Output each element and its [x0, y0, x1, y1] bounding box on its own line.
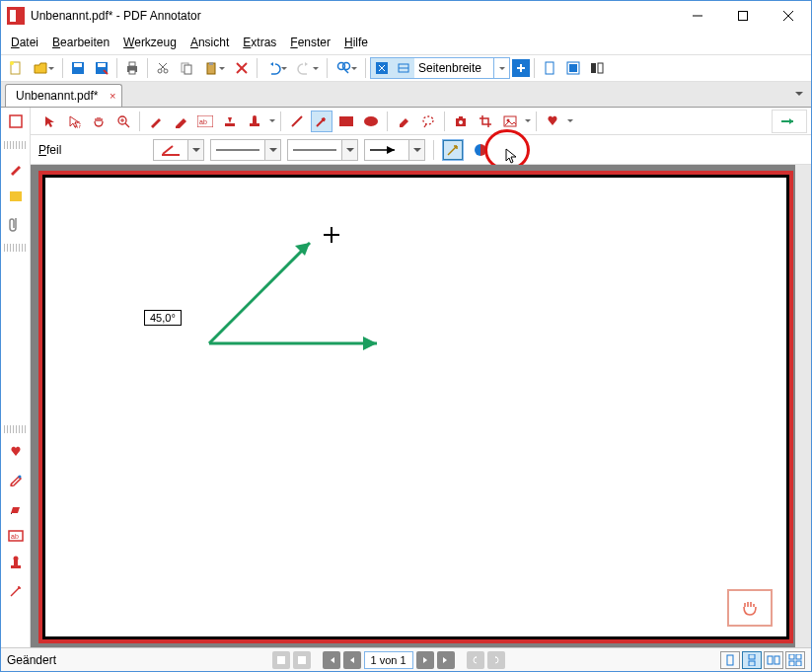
arrow-tool-button[interactable]	[311, 111, 332, 132]
rect-tool-button[interactable]	[335, 111, 357, 132]
svg-rect-34	[591, 63, 596, 73]
vertical-scrollbar[interactable]	[795, 165, 811, 647]
ellipse-tool-button[interactable]	[360, 111, 382, 132]
hand-tool-button[interactable]	[727, 589, 773, 627]
save-as-button[interactable]	[91, 57, 112, 79]
arrowhead-combo[interactable]	[364, 139, 425, 161]
prev-page-button[interactable]	[343, 651, 361, 669]
color-combo[interactable]	[153, 139, 204, 161]
lasso-erase-button[interactable]	[417, 111, 439, 132]
menu-ansicht[interactable]: Ansicht	[185, 33, 235, 52]
svg-point-55	[253, 115, 257, 119]
menubar: Datei Bearbeiten Werkzeug Ansicht Extras…	[1, 31, 811, 54]
layout-two-button[interactable]	[586, 57, 608, 79]
crop-button[interactable]	[475, 111, 496, 132]
menu-extras[interactable]: Extras	[237, 33, 282, 52]
zoom-dropdown-icon[interactable]	[493, 57, 509, 79]
view-two-page-button[interactable]	[764, 651, 783, 669]
view-continuous-button[interactable]	[742, 651, 762, 669]
page-insert-after-button[interactable]	[293, 651, 311, 669]
svg-point-5	[10, 61, 14, 65]
pan-button[interactable]	[88, 111, 110, 132]
zoom-tool-button[interactable]	[112, 111, 134, 132]
view-single-button[interactable]	[720, 651, 740, 669]
minimize-button[interactable]	[675, 1, 720, 31]
menu-hilfe[interactable]: Hilfe	[338, 33, 374, 52]
document-tab[interactable]: Unbenannt.pdf* ×	[5, 84, 122, 107]
marker-tool-button[interactable]	[170, 111, 191, 132]
line-width-combo[interactable]	[210, 139, 281, 161]
stamp-dropdown-icon[interactable]	[268, 111, 275, 132]
eraser-button[interactable]	[393, 111, 414, 132]
opacity-button[interactable]	[470, 139, 491, 161]
favorites-button[interactable]	[542, 111, 563, 132]
zoom-mode-icon[interactable]	[393, 58, 414, 78]
search-button[interactable]	[332, 57, 361, 79]
page-number-input[interactable]	[364, 651, 413, 669]
color-dropdown-icon[interactable]	[187, 140, 203, 160]
save-button[interactable]	[67, 57, 89, 79]
line-style-dropdown-icon[interactable]	[341, 140, 357, 160]
zoom-fit-icon[interactable]	[371, 58, 393, 78]
redo-button[interactable]	[293, 57, 323, 79]
side-blank-button[interactable]	[4, 110, 28, 133]
page[interactable]: 45,0°	[45, 178, 786, 636]
menu-werkzeug[interactable]: Werkzeug	[117, 33, 183, 52]
snapshot-button[interactable]	[450, 111, 472, 132]
nav-back-button[interactable]	[467, 651, 484, 669]
text-highlight-button[interactable]	[219, 111, 241, 132]
zoom-input[interactable]	[414, 58, 493, 78]
layout-single-button[interactable]	[539, 57, 560, 79]
snap-45-button[interactable]	[442, 139, 464, 161]
image-tool-button[interactable]	[499, 111, 521, 132]
view-two-continuous-button[interactable]	[785, 651, 805, 669]
apply-arrow-button[interactable]	[772, 110, 807, 133]
menu-fenster[interactable]: Fenster	[284, 33, 336, 52]
first-page-button[interactable]	[323, 651, 340, 669]
undo-button[interactable]	[261, 57, 291, 79]
close-button[interactable]	[766, 1, 811, 31]
menu-datei[interactable]: Datei	[5, 33, 44, 52]
zoom-add-button[interactable]	[512, 59, 530, 77]
line-width-dropdown-icon[interactable]	[264, 140, 280, 160]
nav-forward-button[interactable]	[487, 651, 505, 669]
side-pencil-button[interactable]	[4, 496, 28, 520]
layout-fit-button[interactable]	[562, 57, 584, 79]
side-attachment-button[interactable]	[4, 212, 28, 236]
delete-button[interactable]	[231, 57, 253, 79]
side-textbox-button[interactable]: ab	[4, 524, 28, 548]
side-brush-button[interactable]	[4, 469, 28, 492]
maximize-button[interactable]	[720, 1, 766, 31]
next-page-button[interactable]	[416, 651, 434, 669]
paste-button[interactable]	[199, 57, 229, 79]
arrowhead-dropdown-icon[interactable]	[408, 140, 424, 160]
side-stamp-button[interactable]	[4, 552, 28, 575]
stamp-tool-button[interactable]	[244, 111, 265, 132]
line-tool-button[interactable]	[286, 111, 308, 132]
cut-button[interactable]	[152, 57, 174, 79]
open-button[interactable]	[29, 57, 58, 79]
pen-tool-button[interactable]	[145, 111, 167, 132]
side-note-button[interactable]	[4, 185, 28, 208]
copy-button[interactable]	[176, 57, 197, 79]
new-document-button[interactable]	[5, 57, 27, 79]
zoom-combo[interactable]	[370, 57, 510, 79]
favorites-dropdown-icon[interactable]	[566, 111, 573, 132]
last-page-button[interactable]	[437, 651, 455, 669]
side-pen-button[interactable]	[4, 157, 28, 181]
tab-label: Unbenannt.pdf*	[16, 89, 98, 103]
image-dropdown-icon[interactable]	[524, 111, 531, 132]
svg-rect-58	[339, 116, 353, 126]
tabs-more-button[interactable]	[791, 86, 807, 102]
cursor-button[interactable]	[38, 111, 60, 132]
line-style-combo[interactable]	[287, 139, 358, 161]
text-tool-button[interactable]: ab	[194, 111, 216, 132]
print-button[interactable]	[121, 57, 143, 79]
tab-close-icon[interactable]: ×	[110, 90, 115, 102]
undo-dropdown-icon	[281, 57, 288, 79]
select-button[interactable]	[63, 111, 85, 132]
menu-bearbeiten[interactable]: Bearbeiten	[46, 33, 115, 52]
side-arrow-tool-button[interactable]	[4, 579, 28, 603]
page-insert-before-button[interactable]	[272, 651, 290, 669]
side-favorite-button[interactable]	[4, 441, 28, 465]
